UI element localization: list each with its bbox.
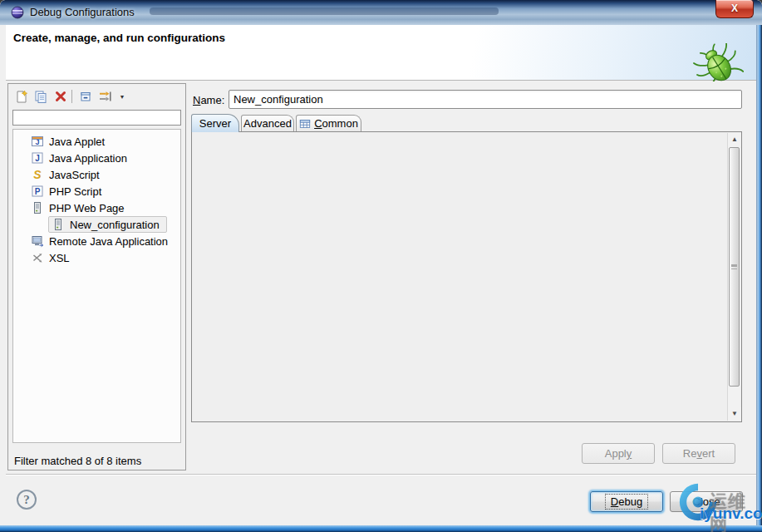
chevron-down-icon: ▼ xyxy=(120,94,125,100)
xsl-icon xyxy=(31,251,44,264)
scrollbar-thumb[interactable] xyxy=(729,147,740,387)
scroll-down-icon: ▼ xyxy=(731,410,738,417)
tree-item-label: New_configuration xyxy=(70,219,160,231)
php-web-page-icon xyxy=(31,201,44,214)
tree-item-javascript[interactable]: S JavaScript xyxy=(13,166,180,183)
tree-item-label: PHP Web Page xyxy=(49,202,125,214)
window-frame-right xyxy=(756,25,762,525)
duplicate-icon xyxy=(34,90,47,103)
svg-text:J: J xyxy=(35,138,39,146)
debug-button-label: Debug xyxy=(605,494,648,510)
java-application-icon: J xyxy=(31,151,44,165)
filter-icon xyxy=(99,90,112,103)
server-tab-panel: ▲ ▼ xyxy=(191,131,742,422)
svg-text:S: S xyxy=(33,168,42,181)
help-icon: ? xyxy=(23,493,30,507)
tree-item-label: Java Application xyxy=(49,152,127,165)
tree-item-remote-java-application[interactable]: Remote Java Application xyxy=(13,233,180,249)
table-icon xyxy=(299,118,311,130)
tab-common[interactable]: Common xyxy=(296,115,361,131)
apply-button[interactable]: Apply xyxy=(582,443,655,464)
new-configuration-button[interactable] xyxy=(12,87,31,106)
new-config-icon xyxy=(15,90,28,103)
name-input[interactable] xyxy=(229,90,742,109)
java-applet-icon: J xyxy=(31,135,44,148)
tab-common-label: Common xyxy=(314,117,358,130)
tab-server[interactable]: Server xyxy=(191,114,239,132)
revert-button-label: Revert xyxy=(683,447,715,460)
close-button[interactable]: Close xyxy=(670,491,743,512)
tree-item-php-web-page[interactable]: PHP Web Page xyxy=(13,200,180,216)
tree-item-label: Java Applet xyxy=(49,135,105,148)
tab-advanced[interactable]: Advanced xyxy=(241,115,294,131)
tab-advanced-label: Advanced xyxy=(243,117,292,130)
titlebar-glass-streak xyxy=(150,7,499,15)
vertical-scrollbar[interactable]: ▲ ▼ xyxy=(727,133,740,421)
tree-item-label: XSL xyxy=(49,252,70,264)
revert-button[interactable]: Revert xyxy=(662,443,735,464)
tree-item-label: PHP Script xyxy=(49,185,101,198)
php-web-page-icon xyxy=(52,218,65,231)
window-frame-left xyxy=(0,25,6,525)
tree-item-java-applet[interactable]: J Java Applet xyxy=(13,133,180,150)
filter-input[interactable] xyxy=(12,110,181,126)
tree-item-new-configuration[interactable]: New_configuration xyxy=(13,216,180,233)
filter-configurations-button[interactable] xyxy=(96,87,115,106)
php-script-icon: P xyxy=(31,185,44,198)
tab-server-label: Server xyxy=(199,117,231,130)
debug-button[interactable]: Debug xyxy=(590,491,663,512)
configurations-tree: J Java Applet J Java Application S JavaS… xyxy=(12,129,181,443)
configurations-sidebar: ▼ J Java Applet J Java Application xyxy=(7,83,186,470)
eclipse-icon xyxy=(11,6,24,19)
window-title: Debug Configurations xyxy=(30,6,135,18)
svg-text:P: P xyxy=(35,187,41,196)
name-label: Name: xyxy=(193,94,224,106)
tree-item-label: JavaScript xyxy=(49,169,100,181)
scroll-down-button[interactable]: ▼ xyxy=(728,407,741,421)
scrollbar-grip xyxy=(731,264,737,269)
collapse-all-button[interactable] xyxy=(76,87,95,106)
scroll-up-button[interactable]: ▲ xyxy=(728,133,741,146)
remote-java-application-icon xyxy=(31,234,44,248)
delete-configuration-button[interactable] xyxy=(52,87,70,106)
filter-status-text: Filter matched 8 of 8 items xyxy=(14,455,141,467)
debug-configurations-dialog: Debug Configurations X Create, manage, a… xyxy=(0,0,762,532)
apply-button-label: Apply xyxy=(605,447,632,460)
tree-item-java-application[interactable]: J Java Application xyxy=(13,150,180,166)
dialog-header: Create, manage, and run configurations xyxy=(6,25,756,81)
toolbar-menu-button[interactable]: ▼ xyxy=(116,87,129,106)
tree-item-xsl[interactable]: XSL xyxy=(13,249,180,266)
scroll-up-icon: ▲ xyxy=(731,135,738,143)
titlebar[interactable]: Debug Configurations X xyxy=(0,0,762,25)
delete-icon xyxy=(54,90,67,103)
close-window-button[interactable]: X xyxy=(715,0,754,18)
tree-item-label: Remote Java Application xyxy=(49,235,168,248)
selected-tree-item-highlight: New_configuration xyxy=(48,216,167,233)
toolbar-separator xyxy=(71,90,72,103)
help-button[interactable]: ? xyxy=(17,490,37,510)
close-button-label: Close xyxy=(692,495,720,508)
footer-separator xyxy=(6,474,756,475)
close-icon: X xyxy=(731,2,738,14)
svg-text:J: J xyxy=(35,154,40,163)
collapse-all-icon xyxy=(79,90,92,103)
dialog-header-title: Create, manage, and run configurations xyxy=(13,32,225,44)
window-frame-bottom xyxy=(0,525,762,532)
javascript-icon: S xyxy=(31,168,44,181)
duplicate-configuration-button[interactable] xyxy=(32,87,50,106)
tree-item-php-script[interactable]: P PHP Script xyxy=(13,183,180,200)
